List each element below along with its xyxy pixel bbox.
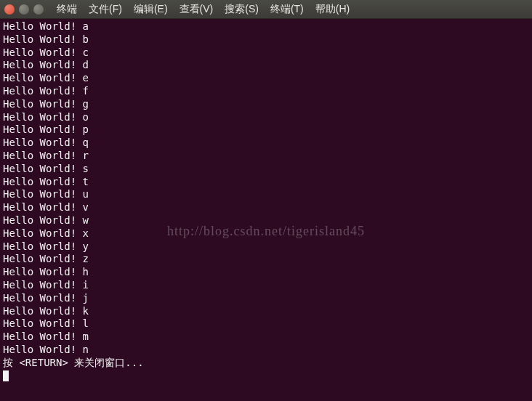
terminal-line: Hello World! g	[3, 98, 529, 111]
terminal-line: Hello World! d	[3, 59, 529, 72]
terminal-line: Hello World! s	[3, 163, 529, 176]
terminal-line: Hello World! o	[3, 111, 529, 124]
terminal-line: Hello World! q	[3, 137, 529, 150]
app-label: 终端	[52, 1, 81, 17]
terminal-line: Hello World! t	[3, 176, 529, 189]
terminal-line: Hello World! b	[3, 33, 529, 46]
terminal-line: Hello World! a	[3, 20, 529, 33]
menu-search[interactable]: 搜索(S)	[220, 1, 263, 17]
terminal-line: Hello World! m	[3, 331, 529, 344]
menubar: 终端 文件(F) 编辑(E) 查看(V) 搜索(S) 终端(T) 帮助(H)	[52, 1, 354, 17]
terminal-line: Hello World! y	[3, 240, 529, 254]
terminal-output[interactable]: Hello World! aHello World! bHello World!…	[0, 19, 532, 384]
terminal-line: Hello World! w	[3, 214, 529, 227]
menu-file[interactable]: 文件(F)	[84, 1, 126, 17]
terminal-line: Hello World! p	[3, 123, 529, 137]
menu-help[interactable]: 帮助(H)	[311, 1, 354, 17]
cursor	[3, 370, 9, 381]
terminal-line: Hello World! v	[3, 201, 529, 214]
titlebar: 终端 文件(F) 编辑(E) 查看(V) 搜索(S) 终端(T) 帮助(H)	[0, 0, 532, 19]
terminal-line: Hello World! h	[3, 266, 529, 279]
terminal-line: Hello World! i	[3, 279, 529, 292]
minimize-icon[interactable]	[19, 4, 29, 15]
terminal-line: Hello World! f	[3, 85, 529, 98]
terminal-line: Hello World! c	[3, 46, 529, 60]
menu-terminal[interactable]: 终端(T)	[266, 1, 308, 17]
menu-edit[interactable]: 编辑(E)	[129, 1, 172, 17]
close-icon[interactable]	[4, 4, 15, 15]
terminal-line: Hello World! z	[3, 253, 529, 266]
window-controls	[4, 4, 44, 15]
terminal-line: Hello World! j	[3, 292, 529, 305]
terminal-line: Hello World! l	[3, 317, 529, 331]
cursor-line	[3, 370, 529, 383]
terminal-line: Hello World! x	[3, 227, 529, 240]
press-return-prompt: 按 <RETURN> 来关闭窗口...	[3, 357, 529, 370]
terminal-line: Hello World! e	[3, 72, 529, 85]
terminal-line: Hello World! n	[3, 344, 529, 357]
menu-view[interactable]: 查看(V)	[175, 1, 218, 17]
maximize-icon[interactable]	[33, 4, 44, 15]
terminal-line: Hello World! r	[3, 150, 529, 163]
terminal-line: Hello World! k	[3, 305, 529, 318]
terminal-line: Hello World! u	[3, 188, 529, 201]
